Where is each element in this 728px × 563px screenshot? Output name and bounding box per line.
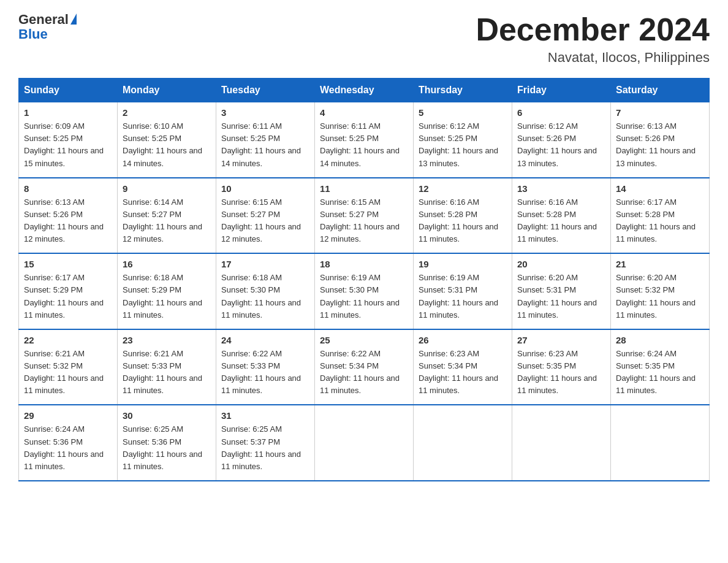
calendar-cell: 3 Sunrise: 6:11 AMSunset: 5:25 PMDayligh… xyxy=(216,102,315,178)
calendar-cell: 29 Sunrise: 6:24 AMSunset: 5:36 PMDaylig… xyxy=(19,405,118,481)
logo-triangle-icon xyxy=(70,13,77,25)
day-info: Sunrise: 6:24 AMSunset: 5:35 PMDaylight:… xyxy=(616,348,704,397)
day-info: Sunrise: 6:13 AMSunset: 5:26 PMDaylight:… xyxy=(24,196,112,246)
day-info: Sunrise: 6:16 AMSunset: 5:28 PMDaylight:… xyxy=(517,196,605,246)
calendar-cell: 24 Sunrise: 6:22 AMSunset: 5:33 PMDaylig… xyxy=(216,329,315,405)
calendar-cell: 14 Sunrise: 6:17 AMSunset: 5:28 PMDaylig… xyxy=(611,178,710,254)
calendar-cell xyxy=(414,405,512,481)
day-number: 14 xyxy=(616,183,704,194)
calendar-header-friday: Friday xyxy=(512,79,611,102)
calendar-cell: 11 Sunrise: 6:15 AMSunset: 5:27 PMDaylig… xyxy=(315,178,414,254)
day-number: 15 xyxy=(24,259,112,269)
calendar-cell: 10 Sunrise: 6:15 AMSunset: 5:27 PMDaylig… xyxy=(216,178,315,254)
day-info: Sunrise: 6:14 AMSunset: 5:27 PMDaylight:… xyxy=(123,196,211,246)
day-info: Sunrise: 6:18 AMSunset: 5:29 PMDaylight:… xyxy=(123,272,211,321)
day-info: Sunrise: 6:12 AMSunset: 5:25 PMDaylight:… xyxy=(419,120,507,170)
calendar-cell: 22 Sunrise: 6:21 AMSunset: 5:32 PMDaylig… xyxy=(19,329,118,405)
day-number: 27 xyxy=(517,335,605,345)
day-info: Sunrise: 6:15 AMSunset: 5:27 PMDaylight:… xyxy=(221,196,309,246)
day-number: 12 xyxy=(419,183,507,194)
day-info: Sunrise: 6:11 AMSunset: 5:25 PMDaylight:… xyxy=(221,120,309,170)
day-number: 23 xyxy=(123,335,211,345)
day-info: Sunrise: 6:25 AMSunset: 5:36 PMDaylight:… xyxy=(123,423,211,473)
day-info: Sunrise: 6:16 AMSunset: 5:28 PMDaylight:… xyxy=(419,196,507,246)
day-info: Sunrise: 6:25 AMSunset: 5:37 PMDaylight:… xyxy=(221,423,309,473)
calendar-cell: 30 Sunrise: 6:25 AMSunset: 5:36 PMDaylig… xyxy=(118,405,216,481)
day-number: 18 xyxy=(320,259,408,269)
day-number: 22 xyxy=(24,335,112,345)
day-info: Sunrise: 6:22 AMSunset: 5:34 PMDaylight:… xyxy=(320,348,408,397)
calendar-cell xyxy=(512,405,611,481)
calendar-header-monday: Monday xyxy=(118,79,216,102)
day-info: Sunrise: 6:15 AMSunset: 5:27 PMDaylight:… xyxy=(320,196,408,246)
day-number: 26 xyxy=(419,335,507,345)
day-info: Sunrise: 6:10 AMSunset: 5:25 PMDaylight:… xyxy=(123,120,211,170)
day-info: Sunrise: 6:09 AMSunset: 5:25 PMDaylight:… xyxy=(24,120,112,170)
day-number: 13 xyxy=(517,183,605,194)
day-info: Sunrise: 6:17 AMSunset: 5:29 PMDaylight:… xyxy=(24,272,112,321)
calendar-header-thursday: Thursday xyxy=(414,79,512,102)
month-title: December 2024 xyxy=(476,12,710,47)
calendar-cell: 17 Sunrise: 6:18 AMSunset: 5:30 PMDaylig… xyxy=(216,253,315,329)
calendar-table: SundayMondayTuesdayWednesdayThursdayFrid… xyxy=(18,78,710,481)
day-number: 24 xyxy=(221,335,309,345)
calendar-cell: 26 Sunrise: 6:23 AMSunset: 5:34 PMDaylig… xyxy=(414,329,512,405)
calendar-cell: 31 Sunrise: 6:25 AMSunset: 5:37 PMDaylig… xyxy=(216,405,315,481)
day-info: Sunrise: 6:20 AMSunset: 5:31 PMDaylight:… xyxy=(517,272,605,321)
calendar-header-tuesday: Tuesday xyxy=(216,79,315,102)
day-number: 3 xyxy=(221,107,309,118)
day-number: 8 xyxy=(24,183,112,194)
logo-general-text: General xyxy=(18,12,69,27)
calendar-cell: 15 Sunrise: 6:17 AMSunset: 5:29 PMDaylig… xyxy=(19,253,118,329)
calendar-cell: 9 Sunrise: 6:14 AMSunset: 5:27 PMDayligh… xyxy=(118,178,216,254)
day-number: 4 xyxy=(320,107,408,118)
day-info: Sunrise: 6:13 AMSunset: 5:26 PMDaylight:… xyxy=(616,120,704,170)
calendar-cell: 6 Sunrise: 6:12 AMSunset: 5:26 PMDayligh… xyxy=(512,102,611,178)
calendar-cell: 20 Sunrise: 6:20 AMSunset: 5:31 PMDaylig… xyxy=(512,253,611,329)
day-info: Sunrise: 6:22 AMSunset: 5:33 PMDaylight:… xyxy=(221,348,309,397)
day-number: 25 xyxy=(320,335,408,345)
calendar-header-sunday: Sunday xyxy=(19,79,118,102)
day-info: Sunrise: 6:12 AMSunset: 5:26 PMDaylight:… xyxy=(517,120,605,170)
calendar-cell: 28 Sunrise: 6:24 AMSunset: 5:35 PMDaylig… xyxy=(611,329,710,405)
title-block: December 2024 Navatat, Ilocos, Philippin… xyxy=(476,12,710,66)
day-info: Sunrise: 6:23 AMSunset: 5:35 PMDaylight:… xyxy=(517,348,605,397)
day-number: 1 xyxy=(24,107,112,118)
logo-blue-text: Blue xyxy=(18,27,77,42)
calendar-cell: 7 Sunrise: 6:13 AMSunset: 5:26 PMDayligh… xyxy=(611,102,710,178)
day-number: 7 xyxy=(616,107,704,118)
calendar-header-saturday: Saturday xyxy=(611,79,710,102)
calendar-cell: 18 Sunrise: 6:19 AMSunset: 5:30 PMDaylig… xyxy=(315,253,414,329)
calendar-cell: 23 Sunrise: 6:21 AMSunset: 5:33 PMDaylig… xyxy=(118,329,216,405)
day-info: Sunrise: 6:20 AMSunset: 5:32 PMDaylight:… xyxy=(616,272,704,321)
logo: General Blue xyxy=(18,12,77,42)
calendar-week-2: 8 Sunrise: 6:13 AMSunset: 5:26 PMDayligh… xyxy=(19,178,710,254)
calendar-cell: 16 Sunrise: 6:18 AMSunset: 5:29 PMDaylig… xyxy=(118,253,216,329)
page-header: General Blue December 2024 Navatat, Iloc… xyxy=(18,12,710,66)
day-number: 2 xyxy=(123,107,211,118)
day-info: Sunrise: 6:17 AMSunset: 5:28 PMDaylight:… xyxy=(616,196,704,246)
calendar-cell xyxy=(315,405,414,481)
day-number: 20 xyxy=(517,259,605,269)
day-number: 28 xyxy=(616,335,704,345)
calendar-cell: 27 Sunrise: 6:23 AMSunset: 5:35 PMDaylig… xyxy=(512,329,611,405)
day-number: 16 xyxy=(123,259,211,269)
day-info: Sunrise: 6:18 AMSunset: 5:30 PMDaylight:… xyxy=(221,272,309,321)
day-info: Sunrise: 6:19 AMSunset: 5:30 PMDaylight:… xyxy=(320,272,408,321)
day-number: 21 xyxy=(616,259,704,269)
day-info: Sunrise: 6:21 AMSunset: 5:32 PMDaylight:… xyxy=(24,348,112,397)
day-number: 30 xyxy=(123,410,211,421)
calendar-cell: 5 Sunrise: 6:12 AMSunset: 5:25 PMDayligh… xyxy=(414,102,512,178)
calendar-cell: 1 Sunrise: 6:09 AMSunset: 5:25 PMDayligh… xyxy=(19,102,118,178)
calendar-cell: 8 Sunrise: 6:13 AMSunset: 5:26 PMDayligh… xyxy=(19,178,118,254)
calendar-cell: 2 Sunrise: 6:10 AMSunset: 5:25 PMDayligh… xyxy=(118,102,216,178)
calendar-cell: 25 Sunrise: 6:22 AMSunset: 5:34 PMDaylig… xyxy=(315,329,414,405)
day-number: 10 xyxy=(221,183,309,194)
calendar-week-5: 29 Sunrise: 6:24 AMSunset: 5:36 PMDaylig… xyxy=(19,405,710,481)
day-number: 17 xyxy=(221,259,309,269)
day-info: Sunrise: 6:24 AMSunset: 5:36 PMDaylight:… xyxy=(24,423,112,473)
day-number: 6 xyxy=(517,107,605,118)
calendar-cell: 13 Sunrise: 6:16 AMSunset: 5:28 PMDaylig… xyxy=(512,178,611,254)
calendar-header-row: SundayMondayTuesdayWednesdayThursdayFrid… xyxy=(19,79,710,102)
calendar-cell xyxy=(611,405,710,481)
